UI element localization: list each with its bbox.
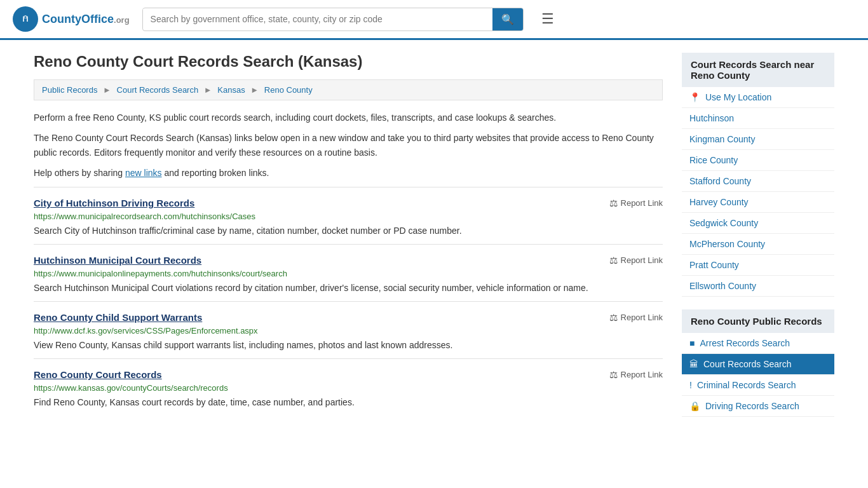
criminal-icon: ! <box>689 380 692 390</box>
record-title-row: Reno County Child Support Warrants ⚖ Rep… <box>34 312 663 323</box>
nearby-county-link[interactable]: Ellsworth County <box>682 276 834 296</box>
breadcrumb: Public Records ► Court Records Search ► … <box>34 79 663 100</box>
record-item: City of Hutchinson Driving Records ⚖ Rep… <box>34 187 663 244</box>
public-records-list-item: 🏛 Court Records Search <box>682 354 834 375</box>
public-records-title: Reno County Public Records <box>682 309 834 333</box>
record-description: Find Reno County, Kansas court records b… <box>34 396 663 409</box>
court-icon: 🏛 <box>689 359 698 369</box>
nearby-county-link[interactable]: Pratt County <box>682 255 834 275</box>
main-layout: Reno County Court Records Search (Kansas… <box>21 40 847 430</box>
nearby-county-link[interactable]: Rice County <box>682 150 834 170</box>
nearby-county-link[interactable]: Harvey County <box>682 192 834 212</box>
record-url[interactable]: https://www.municipalonlinepayments.com/… <box>34 269 663 278</box>
report-link-button[interactable]: ⚖ Report Link <box>609 198 663 209</box>
record-title-row: City of Hutchinson Driving Records ⚖ Rep… <box>34 198 663 209</box>
report-link-label: Report Link <box>621 198 663 208</box>
nearby-county-link[interactable]: Kingman County <box>682 129 834 149</box>
site-header: CountyOffice.org 🔍 ☰ <box>0 0 868 40</box>
nearby-section: Court Records Search near Reno County 📍U… <box>682 53 834 297</box>
breadcrumb-court-records[interactable]: Court Records Search <box>117 85 199 95</box>
public-record-link[interactable]: 🏛 Court Records Search <box>682 354 834 374</box>
svg-rect-1 <box>24 18 27 22</box>
public-records-list: ■ Arrest Records Search 🏛 Court Records … <box>682 333 834 417</box>
record-description: Search Hutchinson Municipal Court violat… <box>34 281 663 295</box>
public-record-link[interactable]: ! Criminal Records Search <box>682 375 834 395</box>
content-area: Reno County Court Records Search (Kansas… <box>34 53 663 430</box>
nearby-list-item: Ellsworth County <box>682 276 834 297</box>
menu-button[interactable]: ☰ <box>536 8 559 30</box>
public-record-label: Court Records Search <box>703 359 792 369</box>
report-link-button[interactable]: ⚖ Report Link <box>609 369 663 381</box>
nearby-list-item: Kingman County <box>682 129 834 150</box>
record-item: Hutchinson Municipal Court Records ⚖ Rep… <box>34 244 663 301</box>
report-icon: ⚖ <box>609 369 618 381</box>
breadcrumb-public-records[interactable]: Public Records <box>42 85 97 95</box>
public-record-link[interactable]: 🔒 Driving Records Search <box>682 396 834 416</box>
new-links-link[interactable]: new links <box>125 168 162 178</box>
record-title[interactable]: Reno County Court Records <box>34 369 162 380</box>
public-records-list-item: ■ Arrest Records Search <box>682 333 834 354</box>
record-title[interactable]: Hutchinson Municipal Court Records <box>34 255 201 266</box>
nearby-county-link[interactable]: Stafford County <box>682 171 834 191</box>
sidebar: Court Records Search near Reno County 📍U… <box>682 53 834 430</box>
report-link-button[interactable]: ⚖ Report Link <box>609 312 663 323</box>
nearby-section-title: Court Records Search near Reno County <box>682 53 834 87</box>
nearby-list-item: Harvey County <box>682 192 834 213</box>
description-3: Help others by sharing new links and rep… <box>34 166 663 180</box>
nearby-list-item: Rice County <box>682 150 834 171</box>
public-records-list-item: ! Criminal Records Search <box>682 375 834 396</box>
record-title[interactable]: City of Hutchinson Driving Records <box>34 198 194 208</box>
report-link-button[interactable]: ⚖ Report Link <box>609 255 663 266</box>
record-title-row: Hutchinson Municipal Court Records ⚖ Rep… <box>34 255 663 266</box>
description-2: The Reno County Court Records Search (Ka… <box>34 131 663 159</box>
public-records-list-item: 🔒 Driving Records Search <box>682 396 834 417</box>
logo-icon <box>13 6 38 32</box>
page-description: Perform a free Reno County, KS public co… <box>34 111 663 180</box>
record-url[interactable]: https://www.kansas.gov/countyCourts/sear… <box>34 383 663 393</box>
report-link-label: Report Link <box>621 370 663 379</box>
public-record-link[interactable]: ■ Arrest Records Search <box>682 333 834 353</box>
search-button[interactable]: 🔍 <box>492 8 523 30</box>
report-icon: ⚖ <box>609 198 618 209</box>
site-logo[interactable]: CountyOffice.org <box>13 6 130 32</box>
breadcrumb-kansas[interactable]: Kansas <box>217 85 245 95</box>
nearby-county-link[interactable]: Hutchinson <box>682 108 834 128</box>
breadcrumb-reno-county[interactable]: Reno County <box>264 85 313 95</box>
nearby-list-item: McPherson County <box>682 234 834 255</box>
search-input[interactable] <box>143 9 492 29</box>
svg-point-2 <box>25 17 27 18</box>
nearby-county-link[interactable]: Sedgwick County <box>682 213 834 233</box>
report-link-label: Report Link <box>621 255 663 265</box>
nearby-list-item: 📍Use My Location <box>682 87 834 108</box>
record-url[interactable]: http://www.dcf.ks.gov/services/CSS/Pages… <box>34 326 663 336</box>
nearby-list: 📍Use My LocationHutchinsonKingman County… <box>682 87 834 297</box>
public-records-section: Reno County Public Records ■ Arrest Reco… <box>682 309 834 417</box>
record-title[interactable]: Reno County Child Support Warrants <box>34 312 202 323</box>
public-record-label: Criminal Records Search <box>697 380 796 390</box>
records-list: City of Hutchinson Driving Records ⚖ Rep… <box>34 187 663 416</box>
record-item: Reno County Child Support Warrants ⚖ Rep… <box>34 301 663 358</box>
report-icon: ⚖ <box>609 312 618 323</box>
nearby-list-item: Stafford County <box>682 171 834 192</box>
nearby-list-item: Hutchinson <box>682 108 834 129</box>
report-icon: ⚖ <box>609 255 618 266</box>
nearby-county-link[interactable]: McPherson County <box>682 234 834 254</box>
use-location-link[interactable]: 📍Use My Location <box>682 87 834 107</box>
page-title: Reno County Court Records Search (Kansas… <box>34 53 663 71</box>
record-url[interactable]: https://www.municipalrecordsearch.com/hu… <box>34 212 663 221</box>
record-title-row: Reno County Court Records ⚖ Report Link <box>34 369 663 381</box>
public-record-label: Driving Records Search <box>705 401 799 411</box>
nearby-list-item: Pratt County <box>682 255 834 276</box>
location-icon: 📍 <box>689 92 700 102</box>
public-record-label: Arrest Records Search <box>700 338 790 348</box>
record-description: View Reno County, Kansas child support w… <box>34 339 663 352</box>
record-item: Reno County Court Records ⚖ Report Link … <box>34 358 663 416</box>
report-link-label: Report Link <box>621 313 663 322</box>
driving-icon: 🔒 <box>689 401 700 411</box>
record-description: Search City of Hutchinson traffic/crimin… <box>34 224 663 238</box>
description-1: Perform a free Reno County, KS public co… <box>34 111 663 125</box>
nearby-list-item: Sedgwick County <box>682 213 834 234</box>
arrest-icon: ■ <box>689 338 695 348</box>
search-bar: 🔍 <box>142 8 524 31</box>
